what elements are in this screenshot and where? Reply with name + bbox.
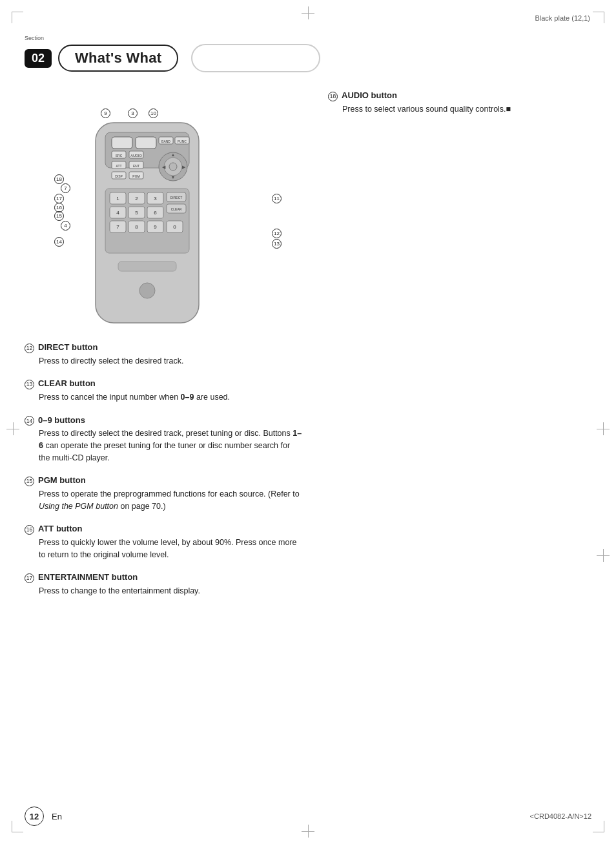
- desc-num-12: 12: [25, 344, 34, 353]
- desc-09-header: 14 0–9 buttons: [25, 415, 302, 426]
- desc-title-14: 0–9 buttons: [38, 415, 85, 425]
- page-number: 12: [25, 807, 44, 826]
- svg-rect-52: [118, 262, 176, 271]
- desc-body-17: Press to change to the entertainment dis…: [39, 585, 302, 597]
- svg-text:0: 0: [173, 224, 176, 230]
- svg-text:9: 9: [154, 224, 157, 230]
- desc-body-18: Press to select various sound quality co…: [342, 103, 591, 116]
- desc-clear-header: 13 CLEAR button: [25, 378, 302, 389]
- desc-audio-header: 18 AUDIO button: [328, 90, 591, 101]
- svg-text:3: 3: [154, 196, 157, 201]
- footer-code: <CRD4082-A/N>12: [530, 812, 591, 820]
- desc-num-15: 15: [25, 477, 34, 486]
- desc-body-12: Press to directly select the desired tra…: [39, 355, 302, 367]
- section-label: Section: [25, 35, 44, 41]
- crosshair-right: [597, 422, 610, 435]
- svg-text:BAND: BAND: [161, 139, 170, 143]
- desc-title-13: CLEAR button: [38, 378, 96, 388]
- desc-num-17: 17: [25, 573, 34, 583]
- svg-text:6: 6: [154, 210, 157, 216]
- footer-left: 12 En: [25, 807, 62, 826]
- page-header: Section 02 What's What: [25, 44, 591, 72]
- left-column: 9 3 10: [25, 90, 302, 805]
- desc-title-12: DIRECT button: [38, 342, 98, 352]
- svg-text:5: 5: [135, 210, 138, 216]
- desc-entertainment: 17 ENTERTAINMENT button Press to change …: [25, 572, 302, 597]
- desc-body-13: Press to cancel the input number when 0–…: [39, 391, 302, 404]
- desc-body-16: Press to quickly lower the volume level,…: [39, 537, 302, 561]
- svg-text:SRC: SRC: [116, 154, 123, 158]
- svg-text:▲: ▲: [171, 152, 176, 157]
- desc-att-header: 16 ATT button: [25, 524, 302, 535]
- desc-direct-header: 12 DIRECT button: [25, 342, 302, 353]
- italic-pgm-button: Using the PGM button: [39, 502, 118, 511]
- header-right-pill: [191, 44, 320, 72]
- desc-pgm: 15 PGM button Press to operate the prepr…: [25, 475, 302, 512]
- desc-title-18: AUDIO button: [342, 90, 397, 100]
- svg-text:7: 7: [116, 224, 119, 230]
- crosshair-top: [302, 6, 314, 19]
- callout-12: 12: [272, 227, 282, 238]
- desc-num-14: 14: [25, 416, 34, 426]
- corner-mark-bl: [12, 821, 23, 832]
- desc-audio: 18 AUDIO button Press to select various …: [328, 90, 591, 115]
- corner-mark-tl: [12, 12, 23, 23]
- footer-lang: En: [52, 812, 62, 821]
- desc-pgm-header: 15 PGM button: [25, 475, 302, 486]
- callout-13: 13: [272, 238, 282, 249]
- crosshair-left: [6, 422, 19, 435]
- svg-text:2: 2: [135, 196, 138, 201]
- svg-text:8: 8: [135, 224, 138, 230]
- desc-att: 16 ATT button Press to quickly lower the…: [25, 524, 302, 561]
- svg-text:▼: ▼: [171, 175, 176, 180]
- desc-title-15: PGM button: [38, 475, 86, 485]
- desc-title-16: ATT button: [38, 524, 82, 533]
- desc-num-13: 13: [25, 380, 34, 389]
- desc-direct: 12 DIRECT button Press to directly selec…: [25, 342, 302, 367]
- bold-16: 1–6: [39, 429, 302, 450]
- desc-clear: 13 CLEAR button Press to cancel the inpu…: [25, 378, 302, 403]
- svg-rect-3: [136, 137, 156, 149]
- crosshair-right-2: [597, 549, 610, 562]
- right-column: 18 AUDIO button Press to select various …: [315, 90, 591, 805]
- svg-text:DISP: DISP: [115, 174, 123, 178]
- svg-rect-2: [112, 137, 132, 149]
- svg-point-53: [139, 283, 155, 298]
- svg-text:DIRECT: DIRECT: [170, 196, 183, 200]
- svg-text:ENT: ENT: [133, 164, 139, 168]
- svg-point-22: [169, 163, 177, 170]
- remote-illustration: 9 3 10: [25, 97, 302, 329]
- desc-num-18: 18: [328, 92, 338, 101]
- callout-7: 7: [61, 182, 70, 193]
- page-footer: 12 En <CRD4082-A/N>12: [25, 807, 591, 826]
- corner-mark-tr: [593, 12, 604, 23]
- svg-text:4: 4: [116, 210, 119, 216]
- callout-14: 14: [54, 236, 64, 247]
- crosshair-bottom: [302, 825, 314, 838]
- corner-mark-br: [593, 821, 604, 832]
- callout-4: 4: [61, 220, 70, 231]
- remote-svg: BAND FUNC SRC AUDIO ATT ENT DI: [83, 116, 212, 329]
- svg-text:AUDIO: AUDIO: [130, 154, 142, 158]
- svg-text:PGM: PGM: [132, 174, 139, 178]
- desc-entertainment-header: 17 ENTERTAINMENT button: [25, 572, 302, 583]
- desc-body-14: Press to directly select the desired tra…: [39, 427, 302, 464]
- main-content: 9 3 10: [25, 90, 591, 805]
- plate-text: Black plate (12,1): [535, 14, 590, 22]
- svg-text:FUNC: FUNC: [178, 139, 187, 143]
- desc-09buttons: 14 0–9 buttons Press to directly select …: [25, 415, 302, 464]
- callout-11: 11: [272, 192, 282, 203]
- section-number: 02: [25, 49, 52, 68]
- svg-text:ATT: ATT: [116, 164, 121, 168]
- svg-text:CLEAR: CLEAR: [171, 207, 182, 211]
- svg-text:1: 1: [116, 196, 119, 201]
- desc-title-17: ENTERTAINMENT button: [38, 572, 138, 582]
- page-title: What's What: [58, 45, 178, 72]
- bold-09: 0–9: [181, 393, 194, 402]
- desc-body-15: Press to operate the preprogrammed funct…: [39, 488, 302, 513]
- desc-num-16: 16: [25, 525, 34, 535]
